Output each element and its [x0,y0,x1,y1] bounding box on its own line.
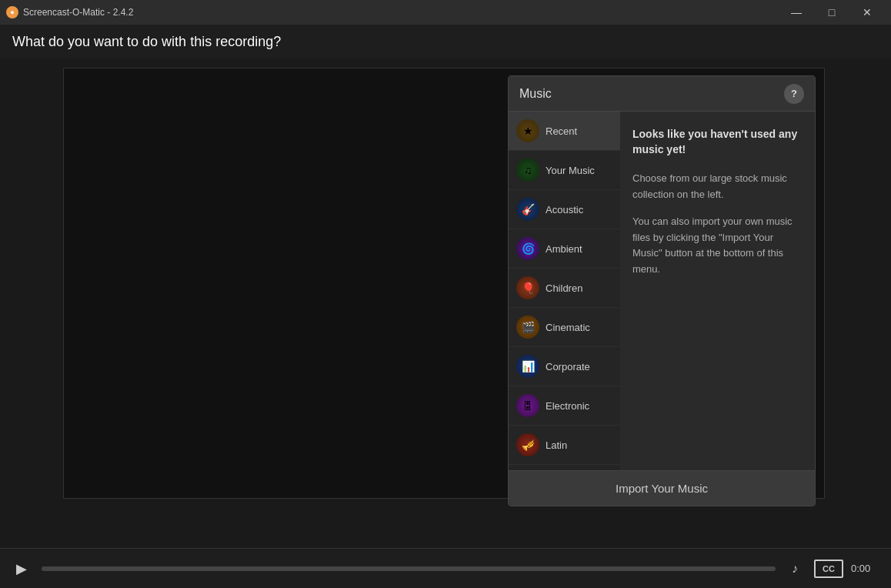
cinematic-icon: 🎬 [516,316,539,339]
category-item-electronic[interactable]: 🎛Electronic [509,386,620,426]
info-text-2: You can also import your own music files… [632,214,803,278]
help-button[interactable]: ? [784,84,804,104]
close-button[interactable]: ✕ [849,0,885,25]
cinematic-label: Cinematic [546,322,590,333]
children-label: Children [546,282,582,294]
playback-bar: ▶ ♪ CC 0:00 [0,548,891,588]
maximize-button[interactable]: □ [814,0,849,25]
category-item-recent[interactable]: ★Recent [509,112,620,151]
app-icon: ● [6,6,18,18]
music-panel: Music ? ★Recent♫Your Music🎸Acoustic🌀Ambi… [508,75,816,506]
info-body: Choose from our large stock music collec… [632,171,803,278]
corporate-icon: 📊 [516,355,539,378]
info-panel: Looks like you haven't used any music ye… [620,112,815,470]
yourmusic-label: Your Music [546,165,595,176]
children-icon: 🎈 [516,276,539,299]
recent-icon: ★ [516,119,539,142]
page-title: What do you want to do with this recordi… [12,34,281,50]
yourmusic-icon: ♫ [516,159,539,182]
music-panel-title: Music [519,87,552,101]
title-bar-controls: — □ ✕ [779,0,885,25]
latin-label: Latin [546,439,567,451]
music-note-button[interactable]: ♪ [783,557,806,580]
category-item-acoustic[interactable]: 🎸Acoustic [509,190,620,229]
main-content: Music ? ★Recent♫Your Music🎸Acoustic🌀Ambi… [0,58,891,548]
latin-icon: 🎺 [516,433,539,456]
ambient-icon: 🌀 [516,237,539,260]
category-item-latin[interactable]: 🎺Latin [509,426,620,465]
info-text-1: Choose from our large stock music collec… [632,171,803,203]
minimize-button[interactable]: — [779,0,814,25]
app-title: Screencast-O-Matic - 2.4.2 [23,7,133,18]
acoustic-icon: 🎸 [516,198,539,221]
progress-track[interactable] [42,566,776,571]
title-bar-left: ● Screencast-O-Matic - 2.4.2 [6,6,133,18]
play-button[interactable]: ▶ [9,556,34,581]
category-list: ★Recent♫Your Music🎸Acoustic🌀Ambient🎈Chil… [509,112,620,470]
category-item-pop[interactable]: ⊙Pop [509,465,620,470]
corporate-label: Corporate [546,361,590,373]
ambient-label: Ambient [546,243,582,255]
time-display: 0:00 [851,563,882,574]
title-bar: ● Screencast-O-Matic - 2.4.2 — □ ✕ [0,0,891,25]
electronic-icon: 🎛 [516,394,539,417]
closed-caption-button[interactable]: CC [814,560,843,578]
music-panel-header: Music ? [509,76,815,112]
app-header: What do you want to do with this recordi… [0,25,891,58]
acoustic-label: Acoustic [546,204,583,215]
category-item-children[interactable]: 🎈Children [509,269,620,308]
category-item-corporate[interactable]: 📊Corporate [509,347,620,386]
import-music-button[interactable]: Import Your Music [509,470,815,506]
category-item-ambient[interactable]: 🌀Ambient [509,229,620,269]
category-item-cinematic[interactable]: 🎬Cinematic [509,308,620,347]
category-item-yourmusic[interactable]: ♫Your Music [509,151,620,190]
music-panel-body: ★Recent♫Your Music🎸Acoustic🌀Ambient🎈Chil… [509,112,815,470]
recent-label: Recent [546,125,577,137]
info-headline: Looks like you haven't used any music ye… [632,127,803,157]
electronic-label: Electronic [546,400,589,412]
